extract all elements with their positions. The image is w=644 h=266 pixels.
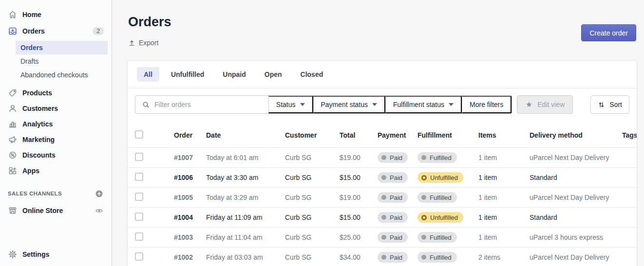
order-total: $15.00: [340, 174, 378, 181]
paid-dot-icon: [381, 175, 386, 180]
order-number-link[interactable]: #1005: [174, 194, 206, 201]
paid-dot-icon: [381, 155, 386, 160]
unfulfilled-ring-icon: [421, 215, 427, 220]
order-items: 2 items: [478, 253, 530, 261]
sidebar-subitem-abandoned-checkouts[interactable]: Abandoned checkouts: [16, 68, 108, 82]
sidebar-item-analytics[interactable]: Analytics: [0, 117, 112, 131]
caret-down-icon: [300, 103, 305, 106]
order-number-link[interactable]: #1002: [174, 253, 206, 261]
more-filters-button[interactable]: More filters: [462, 96, 511, 113]
megaphone-icon: [8, 135, 18, 144]
order-total: $19.00: [340, 154, 378, 161]
search-icon: [142, 101, 150, 109]
tab-open[interactable]: Open: [258, 67, 289, 82]
column-header-date: Date: [206, 131, 285, 139]
order-date: Today at 3:30 am: [206, 174, 285, 181]
order-customer: Curb SG: [285, 213, 340, 221]
delivery-method: Standard: [530, 174, 622, 181]
payment-status-badge: Paid: [378, 192, 417, 203]
sidebar-item-online-store[interactable]: Online Store: [0, 203, 112, 218]
row-checkbox[interactable]: [135, 232, 143, 241]
order-number-link[interactable]: #1003: [174, 233, 206, 241]
column-header-payment: Payment: [378, 131, 417, 139]
order-date: Today at 6:01 am: [206, 154, 285, 161]
fulfillment-status-filter-button[interactable]: Fulfillment status: [385, 96, 462, 113]
delivery-method: uParcel Next Day Delivery: [530, 194, 622, 201]
order-date: Friday at 03:03 am: [206, 253, 285, 261]
sidebar-item-customers[interactable]: Customers: [0, 101, 112, 116]
column-header-fulfillment: Fulfillment: [417, 131, 478, 139]
payment-status-badge: Paid: [378, 252, 417, 263]
export-label: Export: [139, 39, 158, 47]
order-customer: Curb SG: [285, 154, 340, 161]
orders-count-badge: 2: [93, 27, 104, 35]
sidebar-item-marketing[interactable]: Marketing: [0, 132, 112, 147]
sort-arrows-icon: [598, 101, 605, 108]
sidebar-item-home[interactable]: Home: [0, 8, 112, 21]
column-header-customer: Customer: [285, 131, 340, 139]
order-number-link[interactable]: #1006: [174, 174, 206, 181]
table-row[interactable]: #1005 Today at 3:29 am Curb SG $19.00 Pa…: [128, 187, 637, 207]
caret-down-icon: [449, 103, 454, 106]
column-header-tags: Tags: [622, 131, 637, 139]
order-number-link[interactable]: #1007: [174, 154, 206, 161]
row-checkbox[interactable]: [135, 193, 143, 201]
table-row[interactable]: #1003 Friday at 11:04 am Curb SG $25.00 …: [128, 227, 637, 247]
sidebar-item-settings[interactable]: Settings: [0, 247, 112, 262]
order-total: $34.00: [340, 253, 378, 261]
tab-unpaid[interactable]: Unpaid: [216, 67, 252, 82]
payment-status-filter-button[interactable]: Payment status: [313, 96, 386, 113]
sidebar-subitem-drafts[interactable]: Drafts: [16, 54, 108, 68]
sidebar: Home Orders 2 Orders Drafts Abandoned ch…: [0, 0, 112, 266]
tab-all[interactable]: All: [137, 67, 159, 82]
edit-view-button[interactable]: Edit view: [517, 95, 573, 114]
delivery-method: uParcel 3 hours express: [530, 233, 622, 241]
create-order-button[interactable]: Create order: [581, 24, 636, 41]
table-row[interactable]: #1002 Friday at 03:03 am Curb SG $34.00 …: [128, 247, 637, 266]
sidebar-item-label: Marketing: [22, 136, 55, 143]
sidebar-item-label: Apps: [22, 167, 39, 175]
column-header-delivery-method: Delivery method: [530, 131, 622, 139]
fulfillment-status-badge: Fulfilled: [417, 152, 478, 163]
paid-dot-icon: [381, 195, 386, 200]
fulfilled-dot-icon: [421, 155, 426, 160]
search-field[interactable]: [135, 96, 268, 113]
table-row[interactable]: #1007 Today at 6:01 am Curb SG $19.00 Pa…: [128, 147, 637, 167]
discount-icon: [8, 150, 18, 160]
sidebar-item-discounts[interactable]: Discounts: [0, 148, 112, 162]
row-checkbox[interactable]: [135, 252, 143, 261]
row-checkbox[interactable]: [135, 213, 143, 221]
sidebar-item-products[interactable]: Products: [0, 86, 112, 100]
eye-icon[interactable]: [95, 206, 104, 215]
row-checkbox[interactable]: [135, 173, 143, 181]
fulfillment-status-badge: Unfulfilled: [417, 212, 478, 223]
sidebar-subitem-orders[interactable]: Orders: [16, 41, 108, 54]
tab-unfulfilled[interactable]: Unfulfilled: [164, 67, 211, 82]
delivery-method: Standard: [530, 213, 622, 221]
sidebar-item-orders[interactable]: Orders 2: [0, 24, 112, 38]
order-date: Today at 3:29 am: [206, 194, 285, 201]
fulfillment-status-badge: Fulfilled: [417, 232, 478, 243]
fulfilled-dot-icon: [421, 235, 426, 240]
sidebar-item-apps[interactable]: Apps: [0, 163, 112, 178]
order-items: 1 item: [478, 174, 530, 181]
table-row[interactable]: #1004 Friday at 11:09 am Curb SG $15.00 …: [128, 207, 637, 227]
order-items: 1 item: [478, 213, 530, 221]
fulfillment-status-badge: Unfulfilled: [417, 172, 478, 183]
tab-closed[interactable]: Closed: [294, 67, 330, 82]
delivery-method: uParcel Next Day Delivery: [530, 154, 622, 161]
page-title: Orders: [128, 15, 171, 30]
sort-button[interactable]: Sort: [590, 95, 629, 114]
row-checkbox[interactable]: [135, 153, 143, 161]
orders-card: All Unfulfilled Unpaid Open Closed Statu…: [128, 61, 637, 266]
filter-orders-input[interactable]: [154, 101, 262, 108]
order-customer: Curb SG: [285, 253, 340, 261]
payment-status-badge: Paid: [378, 212, 417, 223]
order-number-link[interactable]: #1004: [174, 213, 206, 221]
select-all-checkbox[interactable]: [135, 130, 143, 139]
table-row[interactable]: #1006 Today at 3:30 am Curb SG $15.00 Pa…: [128, 167, 637, 187]
status-filter-button[interactable]: Status: [268, 96, 313, 113]
export-button[interactable]: Export: [128, 39, 158, 47]
sidebar-item-label: Home: [22, 11, 41, 18]
add-sales-channel-icon[interactable]: [95, 189, 104, 198]
